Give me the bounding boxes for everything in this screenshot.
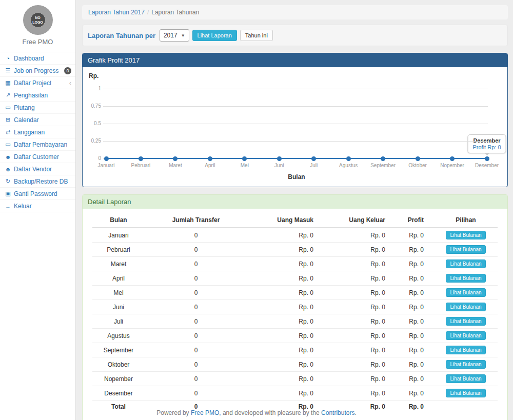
x-axis-tick-label: Juni [261, 163, 298, 168]
cell-profit: Rp. 0 [396, 243, 434, 257]
chart-point[interactable] [173, 156, 177, 161]
logo: NO LOGO [23, 5, 53, 35]
chart-point[interactable] [208, 156, 212, 161]
chart-point[interactable] [450, 156, 455, 161]
cell-uang_keluar: Rp. 0 [324, 257, 396, 271]
chart-point[interactable] [485, 156, 489, 161]
cell-profit: Rp. 0 [396, 286, 434, 300]
chart-point[interactable] [311, 156, 316, 161]
lihat-laporan-button[interactable]: Lihat Laporan [192, 30, 237, 41]
sidebar-item-ganti-password[interactable]: ▣Ganti Password [0, 188, 75, 200]
chart-gridline [103, 89, 488, 89]
lihat-bulanan-button[interactable]: Lihat Bulanan [446, 259, 485, 268]
lihat-bulanan-button[interactable]: Lihat Bulanan [446, 303, 485, 311]
page: NO LOGO Free PMO ◔Dashboard☰Job on Progr… [0, 0, 513, 420]
sidebar-item-daftar-vendor[interactable]: ☻Daftar Vendor [0, 163, 75, 175]
cell-jumlah_transfer: 0 [145, 257, 247, 271]
dashboard-icon: ◔ [4, 55, 12, 62]
tahun-ini-button[interactable]: Tahun ini [240, 30, 273, 41]
chart-point[interactable] [104, 156, 109, 161]
sidebar-item-piutang[interactable]: ▭Piutang [0, 102, 75, 114]
cell-jumlah_transfer: 0 [145, 372, 247, 386]
lihat-bulanan-button[interactable]: Lihat Bulanan [446, 374, 485, 383]
sidebar-item-label: Penghasilan [14, 92, 48, 99]
lihat-bulanan-button[interactable]: Lihat Bulanan [446, 245, 485, 254]
cell-pilihan: Lihat Bulanan [434, 243, 498, 257]
cell-uang_keluar: Rp. 0 [324, 314, 396, 329]
lihat-bulanan-button[interactable]: Lihat Bulanan [446, 288, 485, 297]
x-axis-tick-label: Pebruari [122, 163, 159, 168]
sidebar-item-penghasilan[interactable]: ↗Penghasilan [0, 89, 75, 102]
lihat-bulanan-button[interactable]: Lihat Bulanan [446, 231, 485, 239]
footer-text: Powered by [156, 409, 191, 416]
sidebar-item-label: Piutang [14, 104, 35, 111]
users-icon: ☻ [4, 154, 12, 160]
cell-uang_keluar: Rp. 0 [324, 386, 396, 401]
chevron-down-icon: ▼ [181, 33, 185, 38]
x-axis-tick-label: Nopember [434, 163, 471, 168]
cell-uang_keluar: Rp. 0 [324, 300, 396, 314]
chart-point[interactable] [139, 156, 143, 161]
chart-point[interactable] [346, 156, 351, 161]
cell-uang_keluar: Rp. 0 [324, 329, 396, 343]
column-header-uang-masuk: Uang Masuk [247, 213, 324, 228]
column-header-uang-keluar: Uang Keluar [324, 213, 396, 228]
line-chart-icon: ↗ [4, 92, 12, 98]
table-row: April0Rp. 0Rp. 0Rp. 0Lihat Bulanan [92, 271, 498, 286]
lihat-bulanan-button[interactable]: Lihat Bulanan [446, 346, 485, 354]
sidebar-item-daftar-project[interactable]: ▦Daftar Project‹ [0, 77, 75, 89]
x-axis-tick-label: Agustus [330, 163, 367, 168]
cell-uang_masuk: Rp. 0 [247, 314, 324, 329]
chart-point[interactable] [381, 156, 385, 161]
cell-uang_masuk: Rp. 0 [247, 286, 324, 300]
year-select[interactable]: 2017 ▼ [160, 29, 189, 42]
table-row: Agustus0Rp. 0Rp. 0Rp. 0Lihat Bulanan [92, 329, 498, 343]
y-axis-unit-label: Rp. [89, 72, 98, 79]
cell-uang_masuk: Rp. 0 [247, 257, 324, 271]
sidebar-item-dashboard[interactable]: ◔Dashboard [0, 52, 75, 65]
lihat-bulanan-button[interactable]: Lihat Bulanan [446, 274, 485, 283]
sidebar-item-daftar-customer[interactable]: ☻Daftar Customer [0, 151, 75, 163]
sidebar-menu: ◔Dashboard☰Job on Progress0▦Daftar Proje… [0, 52, 75, 212]
x-axis-tick-label: Desember [468, 163, 505, 168]
sidebar-item-langganan[interactable]: ⇄Langganan [0, 126, 75, 138]
sidebar-item-backup-restore-db[interactable]: ↻Backup/Restore DB [0, 175, 75, 188]
cell-uang_masuk: Rp. 0 [247, 386, 324, 401]
y-axis-tick-label: 1 [84, 86, 101, 91]
sidebar-item-calendar[interactable]: ⊞Calendar [0, 114, 75, 126]
cell-uang_masuk: Rp. 0 [247, 357, 324, 372]
cell-bulan: Juli [92, 314, 145, 329]
table-row: Juli0Rp. 0Rp. 0Rp. 0Lihat Bulanan [92, 314, 498, 329]
year-select-value: 2017 [164, 32, 177, 39]
x-axis-tick-label: Januari [88, 163, 125, 168]
sidebar-item-job-on-progress[interactable]: ☰Job on Progress0 [0, 65, 75, 77]
contributors-link[interactable]: Contributors [321, 409, 354, 416]
sidebar-item-label: Keluar [14, 203, 32, 210]
lihat-bulanan-button[interactable]: Lihat Bulanan [446, 331, 485, 340]
lihat-bulanan-button[interactable]: Lihat Bulanan [446, 360, 485, 369]
chart-point[interactable] [242, 156, 247, 161]
cell-bulan: Desember [92, 386, 145, 401]
refresh-icon: ↻ [4, 178, 12, 185]
lihat-bulanan-button[interactable]: Lihat Bulanan [446, 317, 485, 326]
sidebar-item-daftar-pembayaran[interactable]: ▭Daftar Pembayaran [0, 138, 75, 151]
chart-point[interactable] [277, 156, 282, 161]
cell-bulan: Pebruari [92, 243, 145, 257]
free-pmo-link[interactable]: Free PMO [191, 409, 219, 416]
cell-bulan: Juni [92, 300, 145, 314]
sidebar-item-keluar[interactable]: →Keluar [0, 200, 75, 212]
breadcrumb-link[interactable]: Laporan Tahun 2017 [88, 9, 145, 16]
cell-bulan: Oktober [92, 357, 145, 372]
chart-point[interactable] [416, 156, 420, 161]
table-row: Januari0Rp. 0Rp. 0Rp. 0Lihat Bulanan [92, 228, 498, 243]
sidebar-item-label: Backup/Restore DB [14, 178, 68, 185]
lihat-bulanan-button[interactable]: Lihat Bulanan [446, 389, 485, 397]
table-row: Pebruari0Rp. 0Rp. 0Rp. 0Lihat Bulanan [92, 243, 498, 257]
cell-pilihan: Lihat Bulanan [434, 228, 498, 243]
cell-profit: Rp. 0 [396, 372, 434, 386]
table-header-row: BulanJumlah TransferUang MasukUang Kelua… [92, 213, 498, 228]
footer: Powered by Free PMO, and developed with … [0, 409, 513, 416]
sidebar-item-label: Job on Progress [14, 67, 58, 74]
sidebar: NO LOGO Free PMO ◔Dashboard☰Job on Progr… [0, 0, 76, 420]
detail-panel-title: Detail Laporan [83, 195, 507, 209]
